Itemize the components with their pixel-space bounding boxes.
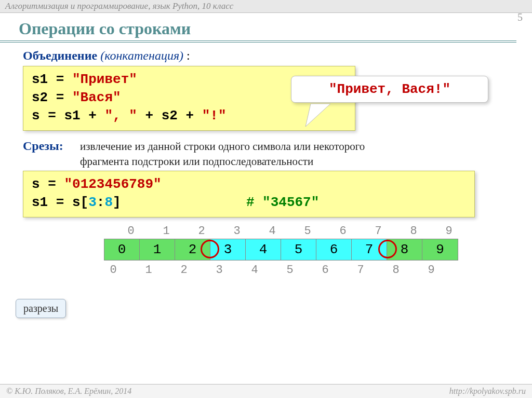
cell: 5	[281, 239, 316, 260]
page-number: 5	[517, 11, 523, 23]
code-line: s = s1 + ", " + s2 + "!"	[32, 107, 347, 125]
section-slices: Срезы: извлечение из данной строки одног…	[0, 139, 532, 169]
cut-circle-icon	[378, 240, 397, 258]
cuts-label: разрезы	[16, 299, 66, 318]
footer-bar: © К.Ю. Поляков, Е.А. Ерёмин, 2014 http:/…	[0, 384, 532, 398]
svg-marker-0	[305, 104, 330, 127]
slices-desc: извлечение из данной строки одного симво…	[80, 139, 413, 169]
cells-row: 0 1 2 3 4 5 6 7 8 9	[104, 239, 458, 260]
cell: 0	[104, 239, 140, 260]
code-box-slice: s = "0123456789" s1 = s[3:8] # "34567"	[23, 171, 475, 217]
string-table: 0 1 2 3 4 5 6 7 8 9	[104, 239, 532, 262]
cell: 1	[140, 239, 175, 260]
cell: 4	[246, 239, 281, 260]
concat-bold: Объединение	[23, 49, 97, 62]
section-concat: Объединение (конкатенация) :	[0, 43, 532, 66]
header-bar: Алгоритмизация и программирование, язык …	[0, 0, 532, 13]
concat-colon: :	[187, 49, 190, 62]
cut-circle-icon	[201, 240, 219, 258]
code-line: s1 = s[3:8] # "34567"	[32, 194, 466, 212]
concat-italic: (конкатенация)	[100, 49, 183, 62]
index-row-bottom: 0123456789	[96, 264, 532, 277]
slices-label: Срезы:	[23, 139, 80, 153]
cell: 9	[422, 239, 458, 260]
code-line: s = "0123456789"	[32, 175, 466, 194]
index-row-top: 0123456789	[113, 225, 532, 238]
footer-right: http://kpolyakov.spb.ru	[449, 387, 526, 396]
cell: 6	[316, 239, 352, 260]
callout-result: "Привет, Вася!"	[291, 76, 488, 103]
page-title: Операции со строками	[0, 13, 516, 43]
footer-left: © К.Ю. Поляков, Е.А. Ерёмин, 2014	[6, 387, 131, 396]
